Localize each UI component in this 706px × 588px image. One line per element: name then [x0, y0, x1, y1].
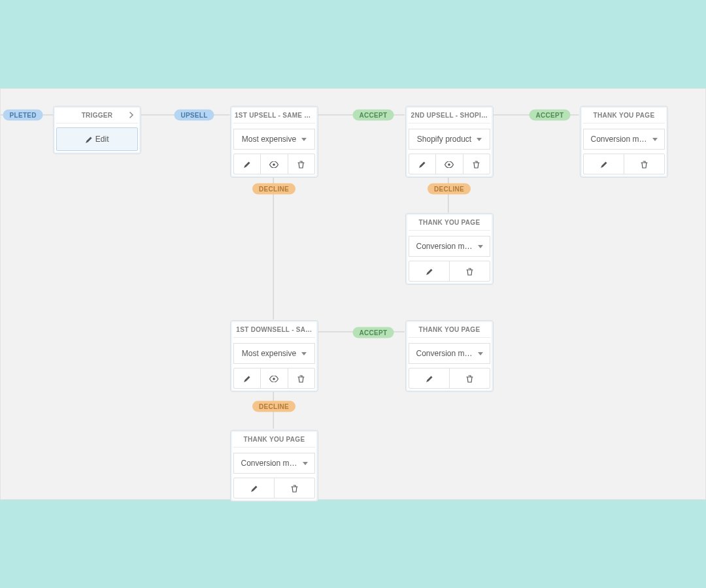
downsell1-title: 1ST DOWNSELL - SA…	[233, 323, 315, 338]
thankyou-node-topright: THANK YOU PAGE Conversion m…	[580, 106, 668, 178]
caret-icon	[477, 138, 482, 141]
pencil-icon	[418, 161, 426, 169]
edit-button[interactable]	[409, 261, 450, 281]
thankyou-title: THANK YOU PAGE	[233, 433, 315, 448]
thankyou-actions	[409, 368, 490, 389]
pencil-icon	[243, 161, 251, 169]
badge-accept-1: ACCEPT	[353, 110, 394, 121]
downsell1-actions	[233, 368, 315, 389]
upsell1-title: 1ST UPSELL - SAME P…	[233, 109, 315, 123]
trash-icon	[297, 161, 305, 169]
badge-decline-3: DECLINE	[252, 401, 295, 412]
caret-icon	[301, 138, 307, 141]
delete-button[interactable]	[450, 368, 490, 388]
delete-button[interactable]	[624, 154, 664, 174]
preview-button[interactable]	[261, 154, 288, 174]
trash-icon	[466, 268, 473, 276]
trash-icon	[291, 485, 298, 493]
delete-button[interactable]	[288, 368, 314, 388]
edit-button[interactable]	[234, 154, 261, 174]
thankyou-select[interactable]: Conversion m…	[583, 129, 665, 150]
delete-button[interactable]	[463, 154, 490, 174]
trash-icon	[473, 161, 480, 169]
eye-icon	[269, 161, 278, 168]
trigger-node: TRIGGER Edit	[53, 106, 141, 154]
thankyou-actions	[409, 261, 490, 282]
caret-icon	[303, 462, 308, 465]
thankyou-title: THANK YOU PAGE	[409, 216, 490, 231]
svg-point-8	[273, 163, 276, 166]
edit-button[interactable]	[234, 478, 275, 498]
delete-button[interactable]	[450, 261, 490, 281]
upsell2-select[interactable]: Shopify product	[409, 129, 490, 150]
thankyou-select[interactable]: Conversion m…	[409, 236, 490, 257]
pencil-icon	[243, 375, 251, 383]
badge-decline-2: DECLINE	[428, 184, 471, 195]
thankyou-select[interactable]: Conversion m…	[233, 453, 315, 474]
thankyou-title: THANK YOU PAGE	[583, 109, 665, 123]
pencil-icon	[250, 485, 258, 493]
badge-completed: PLETED	[3, 110, 43, 121]
upsell1-node: 1ST UPSELL - SAME P… Most expensive	[230, 106, 318, 178]
svg-point-10	[273, 378, 276, 380]
upsell1-actions	[233, 154, 315, 174]
trash-icon	[641, 161, 648, 169]
trash-icon	[297, 375, 305, 383]
edit-button[interactable]	[234, 368, 261, 388]
trash-icon	[466, 375, 473, 383]
flow-canvas: PLETED UPSELL ACCEPT ACCEPT DECLINE DECL…	[0, 88, 706, 500]
edit-trigger-button[interactable]: Edit	[56, 127, 138, 151]
eye-icon	[269, 376, 278, 382]
chevron-right-icon	[129, 111, 134, 118]
thankyou-actions	[583, 154, 665, 174]
upsell2-node: 2ND UPSELL - SHOPI… Shopify product	[405, 106, 494, 178]
caret-icon	[478, 245, 483, 248]
badge-accept-2: ACCEPT	[530, 110, 571, 121]
upsell2-title: 2ND UPSELL - SHOPI…	[409, 109, 490, 123]
edit-button[interactable]	[409, 154, 436, 174]
downsell1-node: 1ST DOWNSELL - SA… Most expensive	[230, 320, 318, 392]
pencil-icon	[426, 375, 433, 383]
preview-button[interactable]	[261, 368, 288, 388]
upsell1-select[interactable]: Most expensive	[233, 129, 315, 150]
thankyou-node-right-of-downsell: THANK YOU PAGE Conversion m…	[405, 320, 494, 392]
pencil-icon	[426, 268, 433, 276]
caret-icon	[652, 138, 658, 141]
badge-accept-3: ACCEPT	[353, 327, 394, 338]
preview-button[interactable]	[436, 154, 463, 174]
eye-icon	[445, 161, 454, 168]
delete-button[interactable]	[275, 478, 314, 498]
pencil-icon	[600, 161, 608, 169]
caret-icon	[478, 352, 483, 355]
delete-button[interactable]	[288, 154, 314, 174]
downsell1-select[interactable]: Most expensive	[233, 343, 315, 364]
thankyou-select[interactable]: Conversion m…	[409, 343, 490, 364]
upsell2-actions	[409, 154, 490, 174]
svg-point-9	[448, 163, 451, 166]
edit-button[interactable]	[584, 154, 624, 174]
pencil-icon	[85, 136, 93, 144]
trigger-title: TRIGGER	[56, 109, 138, 123]
badge-decline-1: DECLINE	[252, 184, 295, 195]
thankyou-actions	[233, 478, 315, 498]
thankyou-node-under-downsell: THANK YOU PAGE Conversion m…	[230, 430, 318, 502]
thankyou-node-under-upsell2: THANK YOU PAGE Conversion m…	[405, 213, 494, 285]
caret-icon	[301, 352, 307, 355]
badge-upsell: UPSELL	[174, 110, 214, 121]
edit-button[interactable]	[409, 368, 450, 388]
edit-label: Edit	[95, 135, 109, 144]
thankyou-title: THANK YOU PAGE	[409, 323, 490, 338]
